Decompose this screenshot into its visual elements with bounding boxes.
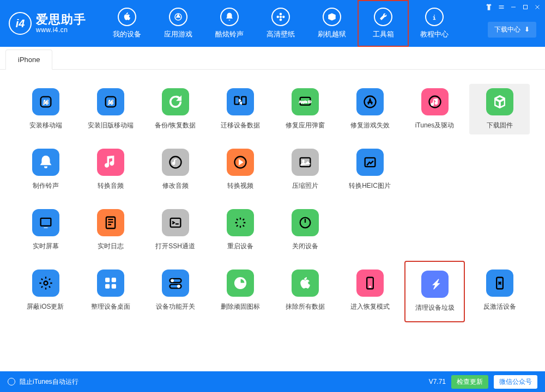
bell-icon bbox=[32, 149, 59, 176]
info-icon bbox=[425, 8, 444, 26]
screen-icon bbox=[32, 209, 59, 236]
flower-icon bbox=[271, 8, 290, 26]
tool-appleid-4[interactable]: 修复应用弹窗 bbox=[275, 84, 335, 134]
tool-device2-31[interactable]: 反激活设备 bbox=[469, 265, 530, 318]
tool-note-9[interactable]: 转换音频 bbox=[80, 144, 141, 195]
tool-heic-13[interactable]: 转换HEIC图片 bbox=[340, 144, 400, 195]
cube-icon bbox=[486, 88, 513, 115]
device2-icon bbox=[486, 270, 513, 297]
tab-iphone[interactable]: iPhone bbox=[5, 50, 52, 70]
apple2-icon bbox=[292, 270, 319, 297]
toggle-icon bbox=[162, 270, 189, 297]
tool-screen-16[interactable]: 实时屏幕 bbox=[15, 205, 76, 255]
bell-icon bbox=[220, 8, 239, 26]
tool-itunes-6[interactable]: iTunes及驱动 bbox=[404, 84, 465, 134]
box-icon bbox=[323, 8, 341, 26]
main-nav: 我的设备应用游戏酷炫铃声高清壁纸刷机越狱工具箱教程中心 bbox=[101, 0, 460, 47]
appleid-icon bbox=[292, 88, 319, 115]
version-label: V7.71 bbox=[429, 378, 446, 385]
svg-rect-0 bbox=[511, 7, 516, 8]
tool-cube-7[interactable]: 下载固件 bbox=[469, 84, 530, 134]
note2-icon bbox=[162, 149, 189, 176]
download-center-button[interactable]: 下载中心 ⬇ bbox=[488, 22, 536, 38]
tool-ssh-18[interactable]: 打开SSH通道 bbox=[145, 205, 205, 255]
wechat-button[interactable]: 微信公众号 bbox=[494, 375, 537, 389]
logo-icon: i4 bbox=[9, 12, 32, 35]
tool-transfer-3[interactable]: 迁移设备数据 bbox=[210, 84, 270, 134]
note-icon bbox=[97, 149, 124, 176]
nav-flower[interactable]: 高清壁纸 bbox=[255, 0, 306, 47]
nav-apple[interactable]: 我的设备 bbox=[101, 0, 153, 47]
nav-box[interactable]: 刷机越狱 bbox=[306, 0, 358, 47]
tool-device-29[interactable]: 进入恢复模式 bbox=[340, 265, 400, 318]
ssh-icon bbox=[162, 209, 189, 236]
tool-grid-25[interactable]: 整理设备桌面 bbox=[80, 265, 141, 318]
tool-play-11[interactable]: 转换视频 bbox=[210, 144, 270, 195]
power-icon bbox=[292, 209, 319, 236]
maximize-icon[interactable] bbox=[522, 4, 529, 12]
tool-restore-2[interactable]: 备份/恢复数据 bbox=[145, 84, 205, 134]
i4-icon bbox=[97, 88, 124, 115]
itunes-icon bbox=[421, 88, 449, 115]
restore-icon bbox=[162, 88, 189, 115]
app-url: www.i4.cn bbox=[36, 27, 86, 34]
nav-apps[interactable]: 应用游戏 bbox=[153, 0, 204, 47]
download-icon: ⬇ bbox=[524, 26, 530, 33]
tool-note2-10[interactable]: 修改音频 bbox=[145, 144, 205, 195]
close-icon[interactable] bbox=[534, 4, 541, 12]
nav-tools[interactable]: 工具箱 bbox=[358, 0, 409, 47]
heic-icon bbox=[356, 149, 384, 176]
log-icon bbox=[97, 209, 124, 236]
svg-rect-1 bbox=[524, 5, 528, 9]
tool-power-20[interactable]: 关闭设备 bbox=[275, 205, 335, 255]
radio-icon[interactable] bbox=[8, 378, 15, 385]
transfer-icon bbox=[227, 88, 254, 115]
loading-icon bbox=[227, 209, 254, 236]
tool-flash-30[interactable]: 清理设备垃圾 bbox=[404, 261, 465, 322]
apps-icon bbox=[169, 8, 187, 26]
check-update-button[interactable]: 检查更新 bbox=[451, 375, 488, 389]
gear-icon bbox=[32, 270, 59, 297]
image-icon bbox=[292, 149, 319, 176]
tool-grid: 安装移动端安装旧版移动端备份/恢复数据迁移设备数据修复应用弹窗修复游戏失效iTu… bbox=[15, 84, 530, 318]
flash-icon bbox=[421, 271, 449, 298]
appstore-icon bbox=[356, 88, 384, 115]
header: i4 爱思助手 www.i4.cn 我的设备应用游戏酷炫铃声高清壁纸刷机越狱工具… bbox=[0, 0, 545, 47]
device-icon bbox=[356, 270, 384, 297]
app-name: 爱思助手 bbox=[36, 13, 86, 26]
tab-bar: iPhone bbox=[0, 47, 545, 70]
play-icon bbox=[227, 149, 254, 176]
grid-icon bbox=[97, 270, 124, 297]
tool-apple2-28[interactable]: 抹除所有数据 bbox=[275, 265, 335, 318]
tool-i4-1[interactable]: 安装旧版移动端 bbox=[80, 84, 141, 134]
app-logo: i4 爱思助手 www.i4.cn bbox=[9, 12, 86, 35]
window-controls bbox=[485, 3, 541, 13]
itunes-block-label[interactable]: 阻止iTunes自动运行 bbox=[20, 377, 78, 387]
minimize-icon[interactable] bbox=[510, 4, 517, 12]
menu-icon[interactable] bbox=[498, 4, 505, 12]
tools-icon bbox=[374, 8, 392, 26]
tool-loading-19[interactable]: 重启设备 bbox=[210, 205, 270, 255]
i4-icon bbox=[32, 88, 59, 115]
tshirt-icon[interactable] bbox=[485, 3, 493, 13]
tool-gear-24[interactable]: 屏蔽iOS更新 bbox=[15, 265, 76, 318]
tool-pie-27[interactable]: 删除顽固图标 bbox=[210, 265, 270, 318]
apple-icon bbox=[118, 8, 136, 26]
pie-icon bbox=[227, 270, 254, 297]
tool-bell-8[interactable]: 制作铃声 bbox=[15, 144, 76, 195]
content-area: 安装移动端安装旧版移动端备份/恢复数据迁移设备数据修复应用弹窗修复游戏失效iTu… bbox=[0, 70, 545, 368]
tool-appstore-5[interactable]: 修复游戏失效 bbox=[340, 84, 400, 134]
tool-i4-0[interactable]: 安装移动端 bbox=[15, 84, 76, 134]
nav-bell[interactable]: 酷炫铃声 bbox=[204, 0, 255, 47]
tool-log-17[interactable]: 实时日志 bbox=[80, 205, 141, 255]
footer: 阻止iTunes自动运行 V7.71 检查更新 微信公众号 bbox=[0, 371, 545, 392]
tool-toggle-26[interactable]: 设备功能开关 bbox=[145, 265, 205, 318]
tool-image-12[interactable]: 压缩照片 bbox=[275, 144, 335, 195]
nav-info[interactable]: 教程中心 bbox=[409, 0, 460, 47]
